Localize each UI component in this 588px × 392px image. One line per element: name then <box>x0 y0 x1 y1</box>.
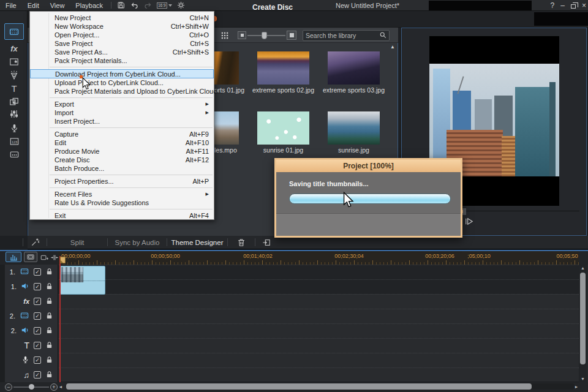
library-view-grid-icon[interactable] <box>221 31 229 42</box>
lock-icon[interactable] <box>45 312 53 321</box>
timeline-zoom-slider-thumb[interactable] <box>29 384 34 390</box>
menu-item[interactable]: Export▶ <box>30 100 214 108</box>
lock-icon[interactable] <box>45 356 53 365</box>
sidebar-item-effects-room[interactable]: fx <box>7 42 21 55</box>
track-row[interactable] <box>0 309 579 323</box>
track-enable-checkbox[interactable]: ✓ <box>34 356 41 364</box>
menu-item-highlighted[interactable]: Download Project from CyberLink Cloud... <box>30 69 214 78</box>
menu-item[interactable]: Open Project...Ctrl+O <box>30 31 214 39</box>
split-button[interactable]: Split <box>47 239 107 246</box>
menu-edit[interactable]: Edit <box>22 0 45 11</box>
timeline-clip-selected[interactable] <box>60 266 105 295</box>
aspect-ratio-selector[interactable]: 16:9 <box>157 2 172 9</box>
undo-icon[interactable] <box>129 1 139 10</box>
settings-gear-icon[interactable] <box>176 1 186 10</box>
track-enable-checkbox[interactable]: ✓ <box>34 283 41 290</box>
sidebar-item-audio-mixing-room[interactable] <box>7 108 21 120</box>
menu-item[interactable]: Upload Project to CyberLink Cloud... <box>30 78 214 87</box>
search-input[interactable] <box>306 32 379 39</box>
track-row[interactable] <box>0 353 579 368</box>
restore-button[interactable] <box>571 4 576 9</box>
menu-item[interactable]: Pack Project Materials and Upload to Cyb… <box>30 87 214 96</box>
save-icon[interactable] <box>116 1 126 10</box>
lock-icon[interactable] <box>45 282 53 292</box>
track-enable-checkbox[interactable]: ✓ <box>34 371 41 379</box>
horizontal-scrollbar-thumb[interactable] <box>66 383 532 390</box>
scroll-left-icon[interactable]: ◄ <box>58 385 64 389</box>
menu-item[interactable]: ExitAlt+F4 <box>30 211 214 220</box>
menu-item[interactable]: CaptureAlt+F9 <box>30 130 214 138</box>
thumbnail-size-small-button[interactable] <box>238 31 246 39</box>
dialog-title[interactable]: Project [100%] <box>276 160 461 172</box>
close-timeline-panel-icon[interactable] <box>255 238 277 247</box>
media-thumbnail[interactable] <box>257 51 309 85</box>
media-thumbnail[interactable] <box>328 51 380 85</box>
menu-item[interactable]: Project Properties...Alt+P <box>30 177 214 186</box>
sidebar-item-particle-room[interactable] <box>7 69 21 81</box>
magic-wand-icon[interactable] <box>23 238 47 247</box>
menu-item[interactable]: Rate Us & Provide Suggestions <box>30 198 214 207</box>
sidebar-item-pip-objects-room[interactable] <box>7 56 21 68</box>
sync-by-audio-button[interactable]: Sync by Audio <box>108 239 167 246</box>
media-thumbnail[interactable] <box>257 111 309 145</box>
media-thumbnail[interactable] <box>214 111 239 145</box>
sidebar-item-media-room[interactable] <box>4 23 24 40</box>
minimize-button[interactable]: – <box>560 1 565 10</box>
storyboard-view-button[interactable] <box>24 252 37 262</box>
tab-create-disc[interactable]: Create Disc <box>214 3 331 12</box>
lock-icon[interactable] <box>45 326 53 336</box>
menu-item[interactable]: Batch Produce... <box>30 164 214 173</box>
menu-item[interactable]: New WorkspaceCtrl+Shift+W <box>30 22 214 31</box>
theme-designer-button[interactable]: Theme Designer <box>167 239 227 246</box>
lock-icon[interactable] <box>45 371 53 380</box>
sidebar-item-chapter-room[interactable] <box>7 135 21 148</box>
vertical-scrollbar-thumb[interactable] <box>580 273 586 364</box>
scroll-right-icon[interactable]: ► <box>573 385 579 389</box>
sidebar-item-transition-room[interactable] <box>7 96 21 108</box>
add-track-icon[interactable] <box>40 253 49 264</box>
fit-timeline-icon[interactable] <box>50 253 59 264</box>
close-button[interactable]: × <box>582 1 586 10</box>
timeline-view-button[interactable] <box>6 252 21 262</box>
menu-playback[interactable]: Playback <box>70 0 108 11</box>
menu-item[interactable]: Recent Files▶ <box>30 190 214 198</box>
scroll-down-icon[interactable]: ▼ <box>579 377 587 381</box>
sidebar-item-voiceover-room[interactable] <box>7 122 21 134</box>
media-thumbnail[interactable] <box>328 111 380 145</box>
sidebar-item-subtitle-room[interactable] <box>7 148 21 160</box>
zoom-in-button[interactable]: + <box>50 383 58 391</box>
playhead-marker[interactable] <box>60 257 66 263</box>
track-row[interactable] <box>0 338 579 353</box>
menu-item[interactable]: Produce MovieAlt+F11 <box>30 147 214 156</box>
thumbnail-size-large-button[interactable] <box>287 31 296 40</box>
zoom-out-button[interactable]: − <box>5 383 12 391</box>
track-enable-checkbox[interactable]: ✓ <box>34 327 41 334</box>
track-enable-checkbox[interactable]: ✓ <box>34 298 41 305</box>
menu-view[interactable]: View <box>45 0 70 11</box>
media-thumbnail[interactable] <box>214 51 239 85</box>
library-scroll-up-icon[interactable]: ▲ <box>390 44 395 50</box>
menu-item[interactable]: New ProjectCtrl+N <box>30 13 214 22</box>
track-row[interactable] <box>0 323 579 338</box>
menu-item[interactable]: Create DiscAlt+F12 <box>30 156 214 164</box>
menu-item[interactable]: Save ProjectCtrl+S <box>30 39 214 48</box>
menu-file[interactable]: File <box>0 0 22 11</box>
track-enable-checkbox[interactable]: ✓ <box>34 342 41 349</box>
menu-item[interactable]: Import▶ <box>30 108 214 117</box>
lock-icon[interactable] <box>45 341 53 350</box>
playhead-line[interactable] <box>59 256 61 382</box>
menu-item[interactable]: Insert Project... <box>30 117 214 126</box>
timeline-ruler[interactable]: 00;00;00;00 00;00;50;00 00;01;40;02 00;0… <box>58 251 579 265</box>
thumbnail-size-slider-thumb[interactable] <box>262 32 267 39</box>
menu-item[interactable]: Pack Project Materials... <box>30 56 214 65</box>
track-enable-checkbox[interactable]: ✓ <box>34 312 41 320</box>
menu-item[interactable]: EditAlt+F10 <box>30 138 214 147</box>
play-icon[interactable] <box>464 217 473 228</box>
lock-icon[interactable] <box>45 268 53 277</box>
trash-icon[interactable] <box>228 238 255 247</box>
menu-item[interactable]: Save Project As...Ctrl+Shift+S <box>30 48 214 56</box>
track-row[interactable] <box>0 368 579 382</box>
track-row[interactable] <box>0 294 579 309</box>
track-enable-checkbox[interactable]: ✓ <box>34 268 41 276</box>
scroll-up-icon[interactable]: ▲ <box>579 266 587 270</box>
